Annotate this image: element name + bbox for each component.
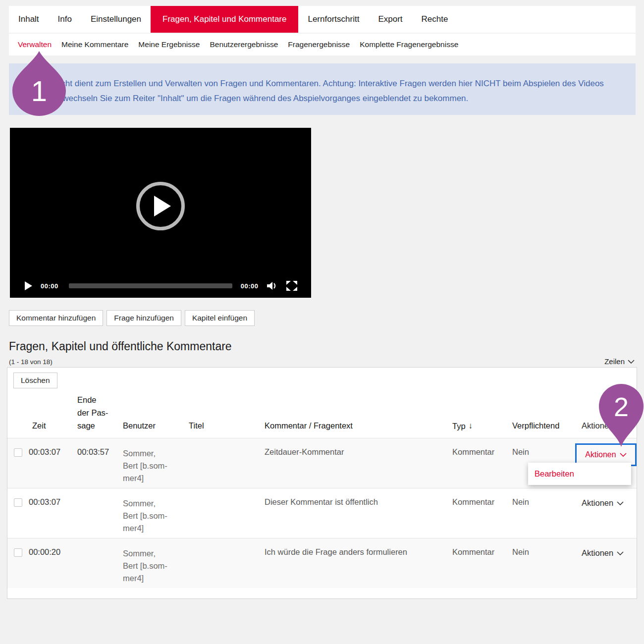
volume-icon	[267, 281, 278, 290]
sort-descending-icon: ↓	[469, 421, 473, 431]
chevron-down-icon	[617, 501, 624, 505]
column-header-verpflichtend[interactable]: Verpflichtend	[512, 421, 559, 430]
video-player[interactable]: 00:00 00:00	[10, 128, 311, 298]
cell-benutzer: Sommer, Bert [b.som- mer4]	[123, 497, 167, 535]
sub-tab-bar: Verwalten Meine Kommentare Meine Ergebni…	[9, 34, 636, 55]
rows-dropdown[interactable]: Zeilen	[604, 357, 635, 366]
cell-kommentar-fragentext: Zeitdauer-Kommentar	[265, 447, 344, 457]
tab-info[interactable]: Info	[49, 6, 81, 33]
page: Inhalt Info Einstellungen Fragen, Kapite…	[0, 0, 644, 644]
tab-export[interactable]: Export	[369, 6, 412, 33]
tab-inhalt[interactable]: Inhalt	[9, 6, 49, 33]
subtab-meine-kommentare[interactable]: Meine Kommentare	[56, 40, 133, 49]
current-time: 00:00	[41, 282, 58, 290]
row-checkbox[interactable]	[14, 498, 22, 507]
aktionen-dropdown-button[interactable]: Aktionen	[582, 548, 624, 558]
rows-dropdown-label: Zeilen	[604, 357, 625, 366]
chevron-down-icon	[628, 360, 635, 364]
cell-ende: 00:03:57	[77, 447, 109, 457]
cell-verpflichtend: Nein	[512, 447, 529, 457]
column-header-typ[interactable]: Typ ↓	[452, 421, 473, 431]
fullscreen-button[interactable]	[286, 281, 297, 291]
tab-rechte[interactable]: Rechte	[412, 6, 458, 33]
big-play-button[interactable]	[136, 182, 185, 230]
table-row: 00:00:20 Sommer, Bert [b.som- mer4] Ich …	[7, 538, 637, 588]
aktionen-open-menu: Bearbeiten	[528, 463, 631, 485]
fullscreen-icon	[286, 281, 297, 291]
tab-fragen-kapitel-kommentare[interactable]: Fragen, Kapitel und Kommentare	[151, 6, 298, 33]
column-header-ende-der-passage[interactable]: Ende der Pas- sage	[77, 393, 108, 432]
cell-zeit: 00:03:07	[29, 447, 60, 457]
add-comment-button[interactable]: Kommentar hinzufügen	[9, 310, 103, 326]
cell-zeit: 00:00:20	[29, 547, 60, 557]
subtab-verwalten[interactable]: Verwalten	[13, 40, 56, 49]
chevron-down-icon	[620, 453, 627, 457]
cell-kommentar-fragentext: Ich würde die Frage anders formulieren	[265, 547, 407, 557]
video-controls: 00:00 00:00	[10, 274, 311, 298]
table-row: 00:03:07 Sommer, Bert [b.som- mer4] Dies…	[7, 488, 637, 538]
column-header-zeit[interactable]: Zeit	[32, 421, 46, 430]
total-time: 00:00	[241, 282, 259, 290]
cell-benutzer: Sommer, Bert [b.som- mer4]	[123, 547, 167, 585]
column-header-aktionen: Aktionen	[582, 421, 613, 430]
subtab-komplette-fragenergebnisse[interactable]: Komplette Fragenergebnisse	[355, 40, 463, 49]
chevron-down-icon	[617, 551, 624, 555]
toolbar: Kommentar hinzufügen Frage hinzufügen Ka…	[9, 310, 255, 326]
add-question-button[interactable]: Frage hinzufügen	[107, 310, 181, 326]
delete-button[interactable]: Löschen	[13, 373, 57, 388]
insert-chapter-button[interactable]: Kapitel einfügen	[185, 310, 255, 326]
table-row: 00:03:07 00:03:57 Sommer, Bert [b.som- m…	[7, 438, 637, 488]
column-header-typ-label: Typ	[452, 422, 466, 431]
aktionen-label: Aktionen	[582, 548, 613, 558]
seek-bar[interactable]	[69, 283, 232, 288]
aktionen-label: Aktionen	[582, 498, 613, 508]
column-header-benutzer[interactable]: Benutzer	[123, 421, 156, 430]
row-checkbox[interactable]	[14, 448, 22, 457]
cell-typ: Kommentar	[452, 447, 494, 457]
menu-item-bearbeiten[interactable]: Bearbeiten	[535, 469, 574, 479]
tab-lernfortschritt[interactable]: Lernfortschritt	[298, 6, 369, 33]
subtab-meine-ergebnisse[interactable]: Meine Ergebnisse	[133, 40, 205, 49]
main-tab-bar: Inhalt Info Einstellungen Fragen, Kapite…	[9, 6, 636, 33]
section-title: Fragen, Kapitel und öffentliche Kommenta…	[9, 340, 232, 353]
cell-zeit: 00:03:07	[29, 497, 60, 507]
info-message: Diese Ansicht dient zum Erstellen und Ve…	[9, 63, 636, 115]
play-button[interactable]	[25, 281, 32, 290]
column-header-titel[interactable]: Titel	[189, 421, 204, 430]
aktionen-dropdown-button[interactable]: Aktionen	[582, 498, 624, 508]
cell-typ: Kommentar	[452, 497, 494, 507]
column-header-kommentar-fragentext[interactable]: Kommentar / Fragentext	[265, 421, 353, 430]
table-panel: Löschen Zeit Ende der Pas- sage Benutzer…	[7, 367, 637, 599]
cell-verpflichtend: Nein	[512, 547, 529, 557]
cell-typ: Kommentar	[452, 547, 494, 557]
table-rows: 00:03:07 00:03:57 Sommer, Bert [b.som- m…	[7, 438, 637, 588]
play-icon	[154, 196, 171, 216]
cell-verpflichtend: Nein	[512, 497, 529, 507]
tab-einstellungen[interactable]: Einstellungen	[81, 6, 151, 33]
cell-kommentar-fragentext: Dieser Kommentar ist öffentlich	[265, 497, 378, 507]
aktionen-label: Aktionen	[585, 450, 616, 459]
subtab-fragenergebnisse[interactable]: Fragenergebnisse	[283, 40, 355, 49]
subtab-benutzerergebnisse[interactable]: Benutzerergebnisse	[205, 40, 283, 49]
row-checkbox[interactable]	[14, 548, 22, 557]
volume-button[interactable]	[267, 281, 278, 290]
cell-benutzer: Sommer, Bert [b.som- mer4]	[123, 447, 167, 484]
pagination-range: (1 - 18 von 18)	[9, 358, 53, 366]
